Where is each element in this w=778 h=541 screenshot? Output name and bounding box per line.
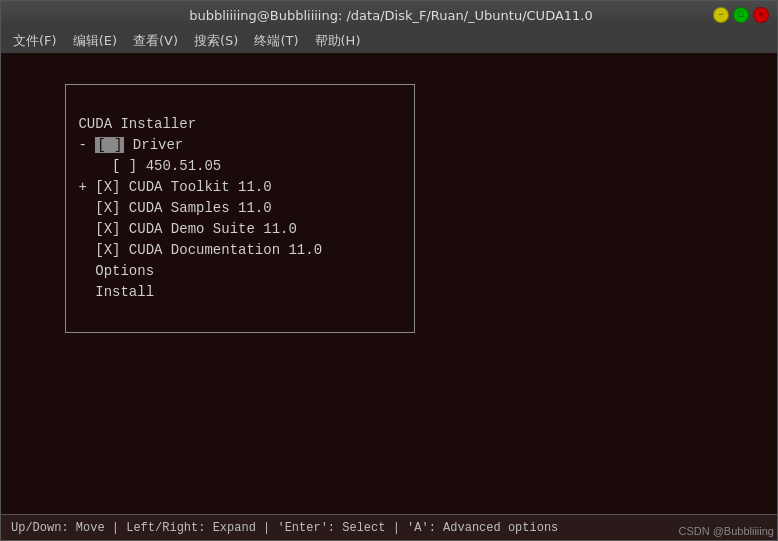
- menu-terminal[interactable]: 终端(T): [246, 30, 306, 52]
- line-install: Install: [78, 284, 154, 300]
- close-button[interactable]: ×: [753, 7, 769, 23]
- maximize-button[interactable]: □: [733, 7, 749, 23]
- menu-bar: 文件(F) 编辑(E) 查看(V) 搜索(S) 终端(T) 帮助(H): [1, 29, 777, 53]
- terminal-content[interactable]: CUDA Installer - [ ] Driver [ ] 450.51.0…: [1, 53, 777, 514]
- status-text: Up/Down: Move | Left/Right: Expand | 'En…: [11, 521, 558, 535]
- installer-header: CUDA Installer: [78, 116, 196, 132]
- line-toolkit: + [X] CUDA Toolkit 11.0: [78, 179, 271, 195]
- line-driver-prefix: -: [78, 137, 95, 153]
- installer-box: CUDA Installer - [ ] Driver [ ] 450.51.0…: [65, 84, 415, 333]
- menu-view[interactable]: 查看(V): [125, 30, 186, 52]
- menu-search[interactable]: 搜索(S): [186, 30, 246, 52]
- line-docs: [X] CUDA Documentation 11.0: [78, 242, 322, 258]
- line-demo: [X] CUDA Demo Suite 11.0: [78, 221, 296, 237]
- driver-label: Driver: [124, 137, 183, 153]
- terminal-area: CUDA Installer - [ ] Driver [ ] 450.51.0…: [1, 53, 777, 514]
- window-controls: − □ ×: [713, 7, 769, 23]
- menu-file[interactable]: 文件(F): [5, 30, 65, 52]
- menu-edit[interactable]: 编辑(E): [65, 30, 125, 52]
- line-options: Options: [78, 263, 154, 279]
- menu-help[interactable]: 帮助(H): [307, 30, 369, 52]
- window-title: bubbliiiing@Bubbliiiing: /data/Disk_F/Ru…: [69, 8, 713, 23]
- title-bar: bubbliiiing@Bubbliiiing: /data/Disk_F/Ru…: [1, 1, 777, 29]
- minimize-button[interactable]: −: [713, 7, 729, 23]
- line-version: [ ] 450.51.05: [78, 158, 221, 174]
- main-window: bubbliiiing@Bubbliiiing: /data/Disk_F/Ru…: [0, 0, 778, 541]
- driver-checkbox: [ ]: [95, 137, 124, 153]
- watermark: CSDN @Bubbliiiing: [678, 525, 774, 537]
- status-bar: Up/Down: Move | Left/Right: Expand | 'En…: [1, 514, 777, 540]
- line-samples: [X] CUDA Samples 11.0: [78, 200, 271, 216]
